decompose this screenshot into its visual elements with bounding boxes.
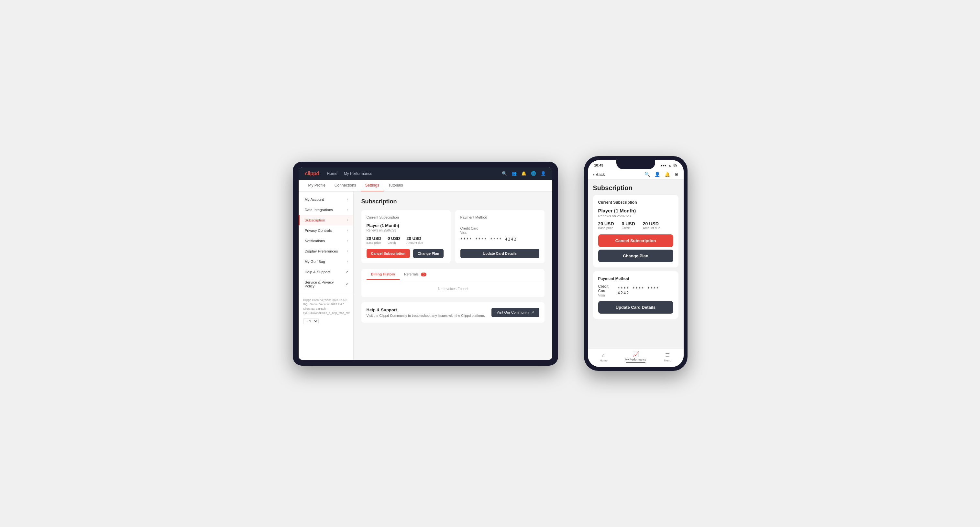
billing-tabs: Billing History Referrals 0 [361,269,544,280]
phone-screen: 10:43 ●●● ▲ 85 ‹ Back 🔍 👤 🔔 ⊕ [588,160,684,367]
current-subscription-card: Current Subscription Player (1 Month) Re… [361,210,451,263]
phone-current-sub-title: Current Subscription [598,200,673,205]
phone-payment-title: Payment Method [598,276,673,281]
subscription-buttons: Cancel Subscription Change Plan [367,249,445,258]
tablet-device: clippd Home My Performance 🔍 👥 🔔 🌐 👤 My … [293,162,558,366]
phone-content: Subscription Current Subscription Player… [588,180,684,341]
billing-section: Billing History Referrals 0 No Invoices … [361,269,544,297]
credit: 0 USD Credit [388,236,400,244]
amount-due: 20 USD Amount due [406,236,423,244]
referrals-tab[interactable]: Referrals 0 [399,269,431,280]
nav-my-performance[interactable]: My Performance [344,171,372,176]
active-indicator [626,362,646,363]
add-icon[interactable]: ⊕ [675,172,678,177]
home-icon: ⌂ [602,352,605,358]
subscription-cards: Current Subscription Player (1 Month) Re… [361,210,544,263]
chevron-right-icon: › [347,260,348,263]
tab-settings[interactable]: Settings [361,180,384,191]
chevron-right-icon: › [347,229,348,232]
chevron-right-icon: › [347,239,348,243]
tab-tutorials[interactable]: Tutorials [384,180,408,191]
back-button[interactable]: ‹ Back [593,172,605,177]
payment-method-card: Payment Method Credit Card Visa **** ***… [455,210,544,263]
settings-sidebar: My Account › Data Integrations › Subscri… [299,192,354,360]
sidebar-item-my-account[interactable]: My Account › [299,194,353,205]
user-avatar[interactable]: 👤 [541,171,546,176]
phone-nav-icons: 🔍 👤 🔔 ⊕ [644,172,678,177]
phone-payment-card: Payment Method Credit Card Visa **** ***… [593,271,678,319]
status-icons: ●●● ▲ 85 [660,163,677,167]
chevron-right-icon: › [347,208,348,211]
external-link-icon: ↗ [345,283,348,286]
people-icon[interactable]: 👥 [512,171,517,176]
person-icon[interactable]: 👤 [654,172,660,177]
sidebar-item-my-golf-bag[interactable]: My Golf Bag › [299,256,353,267]
external-link-icon: ↗ [531,310,534,314]
nav-home[interactable]: Home [327,171,337,176]
bell-icon[interactable]: 🔔 [521,171,527,176]
tab-my-profile[interactable]: My Profile [304,180,330,191]
chevron-left-icon: ‹ [593,172,594,177]
billing-history-tab[interactable]: Billing History [367,269,400,280]
chevron-right-icon: › [347,249,348,253]
tablet-screen: clippd Home My Performance 🔍 👥 🔔 🌐 👤 My … [299,167,552,360]
sidebar-footer: Clippd Client Version: 2023.07.6-8 GQL S… [299,294,353,328]
bottom-nav-menu[interactable]: ☰ Menu [652,352,684,362]
sidebar-item-notifications[interactable]: Notifications › [299,236,353,246]
language-dropdown[interactable]: EN FR DE [303,318,319,324]
sidebar-item-service-privacy[interactable]: Service & Privacy Policy ↗ [299,277,353,291]
chevron-right-icon: › [347,198,348,201]
phone-update-card-button[interactable]: Update Card Details [598,301,673,314]
payment-title: Payment Method [460,215,539,219]
phone-pricing: 20 USD Base price 0 USD Credit 20 USD Am… [598,221,673,230]
referrals-badge: 0 [421,273,426,276]
phone-cancel-button[interactable]: Cancel Subscription [598,234,673,247]
phone-bottom-nav: ⌂ Home 📈 My Performance ☰ Menu [588,348,684,367]
payment-info: Credit Card Visa **** **** **** 4242 [460,226,539,241]
app-logo: clippd [305,171,319,176]
card-number: **** **** **** 4242 [460,237,539,241]
help-text: Help & Support Visit the Clippd Communit… [367,308,485,317]
visit-community-button[interactable]: Visit Our Community ↗ [492,308,539,317]
base-price: 20 USD Base price [367,236,382,244]
main-panel: Subscription Current Subscription Player… [354,192,552,360]
bottom-nav-my-performance[interactable]: 📈 My Performance [620,351,652,363]
phone-current-sub-card: Current Subscription Player (1 Month) Re… [593,195,678,267]
phone-payment-info: Credit Card Visa [598,284,618,297]
sidebar-item-help-support[interactable]: Help & Support ↗ [299,267,353,277]
tab-connections[interactable]: Connections [330,180,361,191]
sidebar-item-data-integrations[interactable]: Data Integrations › [299,205,353,215]
plan-name: Player (1 Month) [367,223,445,228]
phone-base-price: 20 USD Base price [598,221,614,230]
phone-card-number: **** **** **** 4242 [618,286,673,295]
wifi-icon: ▲ [668,163,671,167]
cancel-subscription-button[interactable]: Cancel Subscription [367,249,410,258]
battery-icon: 85 [673,163,677,167]
language-selector[interactable]: EN FR DE [303,318,349,324]
phone-amount-due: 20 USD Amount due [643,221,660,230]
phone-nav-bar: ‹ Back 🔍 👤 🔔 ⊕ [588,169,684,180]
phone-payment-row: Credit Card Visa **** **** **** 4242 [598,284,673,297]
help-section: Help & Support Visit the Clippd Communit… [361,302,544,323]
plan-pricing: 20 USD Base price 0 USD Credit 20 USD Am… [367,236,445,244]
search-icon[interactable]: 🔍 [502,171,507,176]
chart-icon: 📈 [633,351,639,357]
update-card-button[interactable]: Update Card Details [460,249,539,258]
billing-empty-state: No Invoices Found [361,280,544,297]
change-plan-button[interactable]: Change Plan [413,249,444,258]
phone-change-plan-button[interactable]: Change Plan [598,249,673,262]
phone-credit: 0 USD Credit [622,221,635,230]
plan-renew: Renews on 25/07/23 [367,229,445,232]
chevron-right-icon: › [347,218,348,222]
sidebar-item-privacy-controls[interactable]: Privacy Controls › [299,225,353,236]
main-content: My Account › Data Integrations › Subscri… [299,192,552,360]
globe-icon[interactable]: 🌐 [531,171,536,176]
bottom-nav-home[interactable]: ⌂ Home [588,352,620,362]
phone-device: 10:43 ●●● ▲ 85 ‹ Back 🔍 👤 🔔 ⊕ [584,156,687,371]
page-title: Subscription [361,198,544,205]
sidebar-item-subscription[interactable]: Subscription › [299,215,353,225]
bell-icon[interactable]: 🔔 [665,172,670,177]
search-icon[interactable]: 🔍 [644,172,650,177]
sidebar-item-display-preferences[interactable]: Display Preferences › [299,246,353,256]
signal-icon: ●●● [660,163,666,167]
